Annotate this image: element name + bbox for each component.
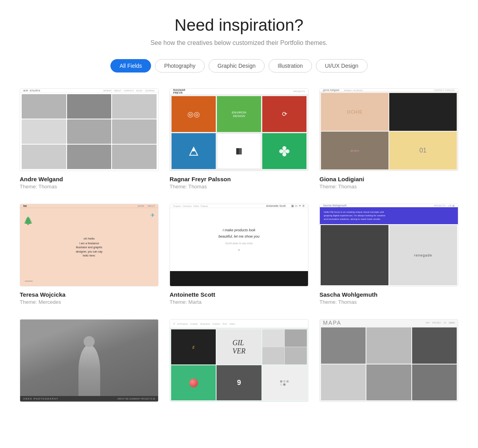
mapa-nav: ARTPROJECUS⊞⊞⊞ [426, 322, 455, 324]
ragnar-cell [262, 133, 306, 169]
antoinette-body: I make products lookbeautiful, let me sh… [170, 208, 308, 271]
portfolio-item: giona lodigiani designer / art director … [319, 88, 458, 190]
antoinette-tagline: I make products lookbeautiful, let me sh… [218, 227, 260, 240]
page-wrapper: Need inspiration? See how the creatives … [0, 0, 478, 420]
svg-rect-3 [239, 148, 242, 154]
emporia-cell-fruit [171, 365, 216, 400]
svg-rect-2 [236, 148, 239, 154]
giona-name-header: giona lodigiani [323, 89, 340, 91]
portfolio-theme: Theme: Thomas [20, 184, 159, 190]
sascha-bottom-grid: renegade [320, 224, 458, 286]
am-cell [22, 119, 66, 144]
ragnar-cell: ⟳ [262, 96, 306, 132]
am-cell [67, 94, 112, 119]
sascha-cell-dark [321, 225, 388, 285]
teresa-deco-tree: 🌲 [23, 216, 33, 225]
filter-graphic-design[interactable]: Graphic Design [209, 59, 265, 72]
am-cell [67, 119, 112, 144]
am-cell [112, 94, 157, 119]
portfolio-theme: Theme: Thomas [319, 299, 458, 305]
portfolio-grid: am studio WORKSABOUTCONTACTBLOGJOURNAL [20, 88, 458, 408]
portfolio-item: MAPA ARTPROJECUS⊞⊞⊞ [319, 319, 458, 408]
portfolio-thumbnail-am-studio[interactable]: am studio WORKSABOUTCONTACTBLOGJOURNAL [20, 88, 159, 171]
portfolio-name: Ragnar Freyr Palsson [170, 176, 308, 182]
ragnar-svg-icon [189, 147, 198, 156]
portfolio-name: Giona Lodigiani [319, 176, 458, 182]
anko-person-silhouette [78, 345, 100, 396]
portfolio-theme: Theme: Marta [170, 299, 308, 305]
emporia-cell-g: GILVER [217, 329, 261, 364]
header-section: Need inspiration? See how the creatives … [20, 16, 458, 46]
teresa-logo: tw [23, 204, 27, 208]
emporia-header-bar: ⏱ All ProjectsGraphicIllustrationFashion… [170, 320, 308, 328]
portfolio-thumbnail-teresa[interactable]: tw WORKABOUT oh hello I am a freelanceil… [20, 204, 159, 286]
mapa-photo-cell [321, 327, 366, 364]
antoinette-scroll-text: Scroll down to see more [225, 242, 253, 245]
antoinette-name-header: Antoinette Scott [266, 204, 286, 207]
portfolio-item: ProjectsCeramicsGlitterPodium Antoinette… [170, 204, 308, 305]
filter-all-fields[interactable]: All Fields [110, 59, 151, 72]
anko-head [84, 336, 95, 347]
filter-photography[interactable]: Photography [155, 59, 204, 72]
portfolio-name: Teresa Wojcicka [20, 291, 159, 298]
am-cell [112, 119, 157, 144]
ragnar-book-icon [235, 147, 243, 155]
svg-point-8 [282, 149, 286, 153]
filter-tabs: All Fields Photography Graphic Design Il… [20, 59, 458, 72]
portfolio-thumbnail-mapa[interactable]: MAPA ARTPROJECUS⊞⊞⊞ [319, 319, 458, 402]
sascha-cell-renegade: renegade [389, 225, 457, 285]
am-cell [22, 145, 66, 169]
portfolio-theme: Theme: Mercedes [20, 299, 159, 305]
emporia-cell-dots [262, 365, 307, 400]
giona-cell: droëm [321, 132, 388, 169]
thumb-nav: WORKSABOUTCONTACTBLOGJOURNAL [103, 89, 155, 92]
ragnar-cell: ENVIRONDESIGN [217, 96, 261, 132]
portfolio-item: RAGNARFREYR PROJECTS ◎◎ ENVIRONDESIGN ⟳ [170, 88, 308, 190]
mapa-photo-cell [366, 327, 411, 364]
page-title: Need inspiration? [20, 16, 458, 35]
ragnar-cell [172, 133, 216, 169]
ragnar-icon-circles: ◎◎ [187, 110, 200, 119]
portfolio-thumbnail-ragnar[interactable]: RAGNARFREYR PROJECTS ◎◎ ENVIRONDESIGN ⟳ [170, 88, 308, 171]
portfolio-thumbnail-emporia[interactable]: ⏱ All ProjectsGraphicIllustrationFashion… [170, 319, 308, 402]
portfolio-name: Antoinette Scott [170, 291, 308, 298]
ragnar-flower-icon [279, 146, 290, 157]
am-cell [22, 94, 66, 119]
mapa-photo-cell [321, 364, 366, 401]
page-subtitle: See how the creatives below customized t… [20, 39, 458, 46]
mapa-photo-cell [412, 327, 457, 364]
mapa-header: MAPA ARTPROJECUS⊞⊞⊞ [320, 320, 458, 326]
giona-cell [389, 93, 457, 131]
emporia-cell-9: 9 [217, 365, 261, 400]
filter-ui-ux[interactable]: UI/UX Design [316, 59, 368, 72]
antoinette-footer-bar [170, 271, 308, 286]
portfolio-name: Sascha Wohlgemuth [319, 291, 458, 298]
emporia-fruit [189, 379, 198, 387]
portfolio-name: Andre Welgand [20, 176, 159, 182]
portfolio-thumbnail-antoinette[interactable]: ProjectsCeramicsGlitterPodium Antoinette… [170, 204, 308, 286]
portfolio-item: ANKO PHOTOGRAPHY ABOUT ME SUMMARY PROJEC… [20, 319, 159, 408]
portfolio-thumbnail-giona[interactable]: giona lodigiani designer / art director … [319, 88, 458, 171]
emporia-cell-collage [262, 329, 307, 364]
emporia-grid: ε GILVER 9 [170, 328, 308, 402]
sascha-blue-section: Hello! My focus is on creating unique vi… [320, 207, 458, 224]
portfolio-theme: Theme: Thomas [170, 184, 308, 190]
am-cell [112, 145, 157, 169]
mapa-title: MAPA [323, 320, 342, 326]
portfolio-item: Sascha Wohlgemuth PROJECTS≡ ⊞ ▣ Hello! M… [319, 204, 458, 305]
thumb-logo: am studio [23, 89, 41, 92]
sascha-blue-text: Hello! My focus is on creating unique vi… [324, 210, 385, 221]
teresa-deco-bottom: —— [25, 279, 33, 283]
teresa-deco-bird: ✈ [150, 212, 155, 218]
portfolio-item: am studio WORKSABOUTCONTACTBLOGJOURNAL [20, 88, 159, 190]
portfolio-thumbnail-anko[interactable]: ANKO PHOTOGRAPHY ABOUT ME SUMMARY PROJEC… [20, 319, 159, 402]
ragnar-cell: ◎◎ [172, 96, 216, 132]
portfolio-theme: Theme: Thomas [319, 184, 458, 190]
portfolio-thumbnail-sascha[interactable]: Sascha Wohlgemuth PROJECTS≡ ⊞ ▣ Hello! M… [319, 204, 458, 286]
antoinette-chevron: ⌄ [237, 246, 241, 252]
ragnar-name-header: RAGNARFREYR [173, 89, 185, 94]
anko-bottom-bar: ANKO PHOTOGRAPHY ABOUT ME SUMMARY PROJEC… [20, 396, 158, 402]
filter-illustration[interactable]: Illustration [269, 59, 312, 72]
emporia-cell-e: ε [171, 329, 216, 364]
giona-cell: OCHIE [321, 93, 388, 131]
